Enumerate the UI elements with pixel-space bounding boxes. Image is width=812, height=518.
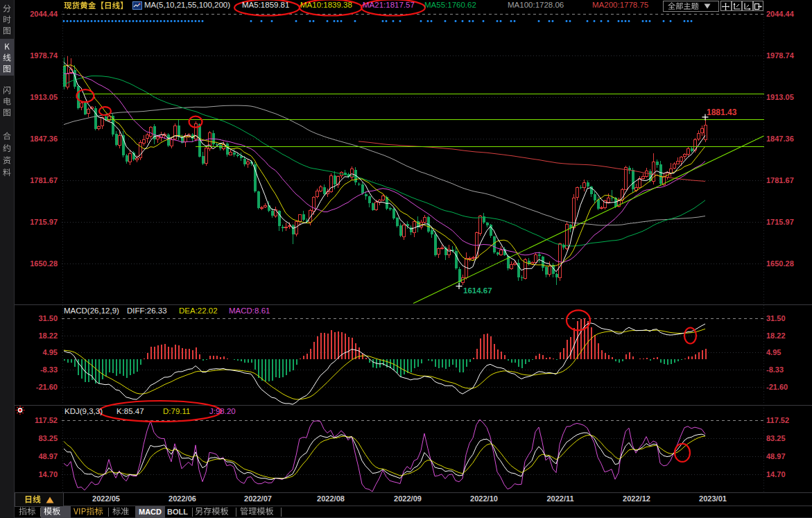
event-dot[interactable] (119, 20, 121, 22)
event-dot[interactable] (153, 20, 155, 22)
event-dot[interactable] (143, 20, 145, 22)
event-dot[interactable] (483, 20, 485, 22)
event-dot[interactable] (628, 20, 630, 22)
event-dot[interactable] (108, 20, 110, 22)
event-dot[interactable] (420, 20, 422, 22)
event-dot[interactable] (105, 20, 107, 22)
event-dot[interactable] (552, 20, 554, 22)
tab-boll[interactable]: BOLL (166, 506, 189, 518)
tab-manage-template[interactable] (237, 506, 277, 518)
event-dot[interactable] (472, 20, 474, 22)
fit-vertical-axis-button[interactable] (732, 1, 743, 12)
tab-vip-indicator[interactable] (71, 506, 106, 518)
event-dot[interactable] (122, 20, 124, 22)
event-dot[interactable] (171, 20, 173, 22)
event-dot[interactable] (670, 20, 672, 22)
event-dot[interactable] (601, 20, 603, 22)
event-dot[interactable] (309, 20, 311, 22)
event-dot[interactable] (132, 20, 135, 22)
event-dot[interactable] (548, 20, 551, 22)
event-dot[interactable] (136, 20, 138, 22)
event-dot[interactable] (642, 20, 644, 22)
event-dot[interactable] (198, 20, 200, 22)
event-dot[interactable] (587, 20, 589, 22)
event-dot[interactable] (469, 20, 471, 22)
tab-indicator[interactable] (16, 506, 38, 518)
event-dot[interactable] (157, 20, 159, 22)
event-dot[interactable] (195, 20, 197, 22)
event-dot[interactable] (91, 20, 93, 22)
event-dot[interactable] (67, 20, 69, 22)
event-dot[interactable] (160, 20, 162, 22)
event-dot[interactable] (126, 20, 128, 22)
event-dot[interactable] (112, 20, 114, 22)
event-dot[interactable] (77, 20, 79, 22)
event-dot[interactable] (462, 20, 464, 22)
event-dot[interactable] (382, 20, 384, 22)
tab-template[interactable] (41, 506, 71, 518)
event-dot[interactable] (271, 20, 273, 22)
event-dot[interactable] (399, 20, 401, 22)
event-dot[interactable] (431, 20, 433, 22)
event-dot[interactable] (538, 20, 540, 22)
event-dot[interactable] (146, 20, 148, 22)
event-dot[interactable] (188, 20, 190, 22)
event-dot[interactable] (167, 20, 169, 22)
event-dot[interactable] (74, 20, 76, 22)
tab-macd[interactable]: MACD (135, 506, 165, 518)
event-dot[interactable] (98, 20, 100, 22)
event-dot[interactable] (178, 20, 180, 22)
tab-save-template[interactable] (192, 506, 232, 518)
event-dot[interactable] (150, 20, 152, 22)
event-dot[interactable] (444, 20, 447, 22)
event-dot[interactable] (386, 20, 388, 22)
event-dot[interactable] (327, 20, 329, 22)
event-dot[interactable] (684, 20, 686, 22)
event-dot[interactable] (392, 20, 395, 22)
sidebar-item-time-chart[interactable] (0, 1, 14, 37)
event-dot[interactable] (594, 20, 596, 22)
event-dot[interactable] (337, 20, 339, 22)
event-dot[interactable] (691, 20, 693, 22)
event-dot[interactable] (250, 20, 252, 22)
event-dot[interactable] (261, 20, 263, 22)
event-dot[interactable] (500, 20, 502, 22)
event-dot[interactable] (313, 20, 315, 22)
event-dot[interactable] (566, 20, 568, 22)
move-tool-button[interactable] (720, 1, 732, 12)
event-dot[interactable] (129, 20, 131, 22)
indicator-settings-sun-icon[interactable] (15, 405, 26, 416)
event-dot[interactable] (139, 20, 141, 22)
event-dot[interactable] (625, 20, 627, 22)
event-dot[interactable] (514, 20, 516, 22)
event-dot[interactable] (164, 20, 166, 22)
event-dot[interactable] (87, 20, 89, 22)
event-dot[interactable] (455, 20, 457, 22)
event-dot[interactable] (184, 20, 187, 22)
event-dot[interactable] (295, 20, 297, 22)
chart-canvas[interactable] (0, 0, 812, 518)
event-dot[interactable] (510, 20, 512, 22)
event-dot[interactable] (427, 20, 429, 22)
event-dot[interactable] (115, 20, 117, 22)
event-dot[interactable] (63, 20, 65, 22)
event-dot[interactable] (202, 20, 204, 22)
pop-out-button[interactable] (753, 1, 764, 12)
event-dot[interactable] (181, 20, 183, 22)
event-dot[interactable] (649, 20, 651, 22)
event-dot[interactable] (80, 20, 83, 22)
event-dot[interactable] (621, 20, 623, 22)
tab-standard[interactable] (110, 506, 132, 518)
event-dot[interactable] (191, 20, 193, 22)
event-dot[interactable] (340, 20, 343, 22)
event-dot[interactable] (607, 20, 610, 22)
event-dot[interactable] (101, 20, 103, 22)
event-dot[interactable] (94, 20, 96, 22)
event-dot[interactable] (334, 20, 336, 22)
event-dot[interactable] (84, 20, 86, 22)
event-dot[interactable] (70, 20, 72, 22)
event-dot[interactable] (174, 20, 176, 22)
event-dot[interactable] (663, 20, 665, 22)
event-dot[interactable] (618, 20, 620, 22)
event-dot[interactable] (646, 20, 648, 22)
